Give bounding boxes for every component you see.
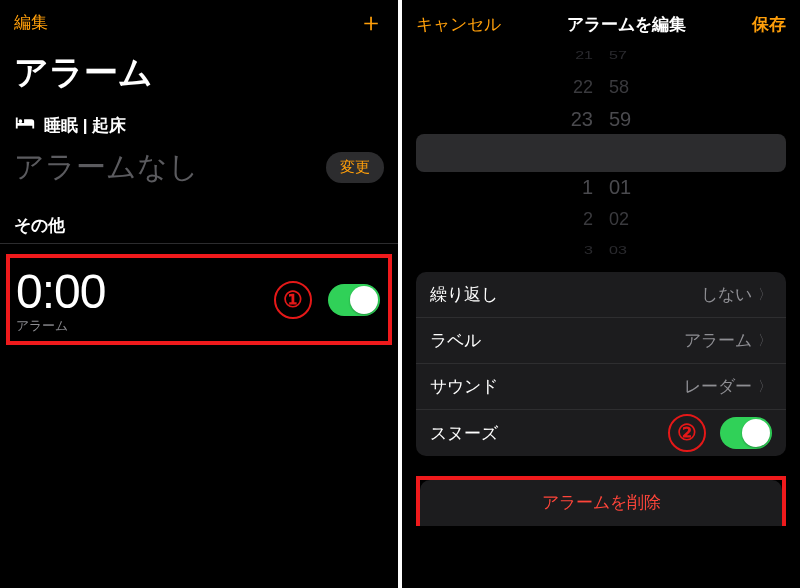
repeat-value: しない <box>701 283 752 306</box>
other-section-header: その他 <box>0 196 398 244</box>
sleep-section-heading: 睡眠 | 起床 <box>0 110 398 139</box>
picker-hour: 3 <box>584 241 593 261</box>
picker-hour: 1 <box>582 173 593 201</box>
alarm-toggle[interactable] <box>328 284 380 316</box>
picker-minute: 58 <box>609 73 629 101</box>
picker-minute: 01 <box>609 173 631 201</box>
sound-label: サウンド <box>430 375 498 398</box>
alarm-list-screen: 編集 ＋ アラーム 睡眠 | 起床 アラームなし 変更 その他 0:00 アラー… <box>0 0 398 588</box>
sound-value: レーダー <box>684 375 752 398</box>
bed-icon <box>14 115 36 136</box>
sleep-heading-text: 睡眠 | 起床 <box>44 114 126 137</box>
save-button[interactable]: 保存 <box>752 13 786 36</box>
chevron-right-icon: 〉 <box>758 332 772 350</box>
repeat-label: 繰り返し <box>430 283 498 306</box>
picker-hour: 2 <box>583 205 593 233</box>
annotation-badge-1: ① <box>274 281 312 319</box>
picker-minute: 59 <box>609 105 631 133</box>
label-row[interactable]: ラベル アラーム 〉 <box>416 318 786 364</box>
alarm-label: アラーム <box>16 317 105 335</box>
annotation-badge-2: ② <box>668 414 706 452</box>
label-value: アラーム <box>684 329 752 352</box>
time-picker[interactable]: 21 22 23 0 1 2 3 57 58 59 00 01 02 03 <box>402 48 800 258</box>
picker-minute: 03 <box>609 241 627 261</box>
top-bar: 編集 ＋ <box>0 0 398 44</box>
picker-minute: 57 <box>609 45 627 65</box>
sound-row[interactable]: サウンド レーダー 〉 <box>416 364 786 410</box>
snooze-toggle[interactable] <box>720 417 772 449</box>
edit-alarm-screen: キャンセル アラームを編集 保存 21 22 23 0 1 2 3 57 58 … <box>402 0 800 588</box>
chevron-right-icon: 〉 <box>758 286 772 304</box>
picker-hour: 21 <box>575 45 593 65</box>
add-alarm-button[interactable]: ＋ <box>358 9 384 35</box>
picker-highlight <box>416 134 786 172</box>
delete-alarm-button[interactable]: アラームを削除 <box>420 480 782 526</box>
chevron-right-icon: 〉 <box>758 378 772 396</box>
label-label: ラベル <box>430 329 481 352</box>
snooze-label: スヌーズ <box>430 422 498 445</box>
picker-hour: 23 <box>571 105 593 133</box>
edit-button[interactable]: 編集 <box>14 11 48 34</box>
snooze-row: スヌーズ ② <box>416 410 786 456</box>
modal-title: アラームを編集 <box>567 13 686 36</box>
delete-alarm-highlight: アラームを削除 <box>416 476 786 526</box>
repeat-row[interactable]: 繰り返し しない 〉 <box>416 272 786 318</box>
alarm-settings-list: 繰り返し しない 〉 ラベル アラーム 〉 サウンド レーダー 〉 <box>416 272 786 456</box>
alarm-row-highlight: 0:00 アラーム ① <box>6 254 392 345</box>
no-alarm-text: アラームなし <box>14 147 199 188</box>
sleep-alarm-row: アラームなし 変更 <box>0 139 398 196</box>
change-button[interactable]: 変更 <box>326 152 384 183</box>
cancel-button[interactable]: キャンセル <box>416 13 501 36</box>
picker-hour: 22 <box>573 73 593 101</box>
page-title: アラーム <box>0 44 398 110</box>
picker-minute: 02 <box>609 205 629 233</box>
alarm-time[interactable]: 0:00 <box>16 264 105 319</box>
